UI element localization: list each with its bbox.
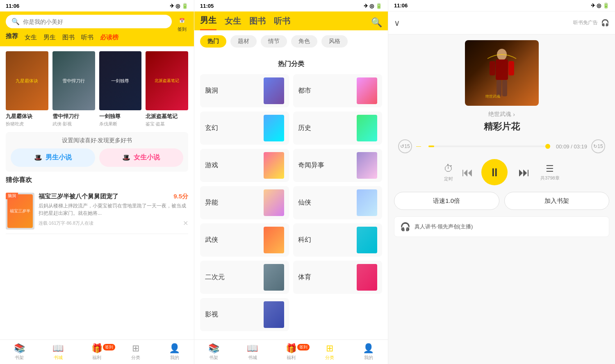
male-novel-button[interactable]: 🎩 男生小说 [11, 148, 95, 167]
filter-tabs: 热门 题材 情节 角色 风格 [194, 30, 388, 52]
cat-thumb-yineng [264, 189, 284, 216]
book-item-1[interactable]: 雪中悍刀行 雪中悍刀行 武侠·影视 [52, 51, 95, 127]
mid-bookcity-label: 书城 [248, 355, 257, 361]
cat-name-xianxia: 仙侠 [298, 198, 311, 207]
mid-nav-bookcity[interactable]: 📖 书城 [233, 343, 271, 361]
left-nav-item-recommend[interactable]: 推荐 [6, 32, 18, 42]
book-cover-1: 雪中悍刀行 [52, 51, 95, 110]
book-grid: 九星霸体诀 九星霸体诀 扮猪吃虎 雪中悍刀行 雪中悍刀行 武侠·影视 一剑独尊 … [6, 51, 188, 127]
progress-info: ↺15 — 00:09 / 03:19 ↻15 [398, 139, 605, 153]
left-nav-item-books[interactable]: 图书 [62, 34, 75, 41]
filter-theme[interactable]: 题材 [230, 35, 257, 48]
welfare-label: 福利 [92, 355, 101, 361]
left-nav-category[interactable]: ⊞ 分类 [116, 343, 155, 361]
next-button[interactable]: ⏭ [516, 164, 532, 180]
prev-icon: ⏮ [462, 166, 473, 179]
left-nav-welfare[interactable]: 🎁 福利 签到 [77, 343, 116, 361]
cat-row-wuxia[interactable]: 武侠 [200, 223, 289, 257]
category-icon: ⊞ [132, 343, 139, 354]
filter-role[interactable]: 角色 [291, 35, 317, 48]
cat-row-qiwen[interactable]: 奇闻异事 [293, 149, 382, 182]
left-nav-item-female[interactable]: 女生 [25, 34, 37, 41]
add-shelf-button[interactable]: 加入书架 [504, 192, 610, 210]
prev-button[interactable]: ⏮ [462, 166, 473, 179]
right-header: ∨ 听书免广告 🎧 [388, 11, 615, 34]
arrow-right-icon: › [513, 111, 515, 118]
mid-tab-audio[interactable]: 听书 [274, 16, 290, 30]
book-item-0[interactable]: 九星霸体诀 九星霸体诀 扮猪吃虎 [6, 51, 48, 127]
audio-cover: 绝世武魂 [465, 40, 539, 106]
cat-name-erci: 二次元 [205, 273, 225, 282]
left-nav-mine[interactable]: 👤 我的 [155, 343, 194, 361]
book-item-2[interactable]: 一剑独尊 一剑独尊 杀伐果断 [99, 51, 142, 127]
left-nav-item-mustread[interactable]: 必读榜 [100, 34, 118, 41]
search-input[interactable] [23, 18, 166, 25]
cat-row-kehuan[interactable]: 科幻 [293, 223, 382, 257]
left-content: 九星霸体诀 九星霸体诀 扮猪吃虎 雪中悍刀行 雪中悍刀行 武侠·影视 一剑独尊 … [0, 46, 194, 339]
left-nav-bookcity[interactable]: 📖 书城 [39, 343, 78, 361]
cat-row-erci[interactable]: 二次元 [200, 261, 289, 294]
promo-icon: 🎧 [400, 222, 410, 232]
book-cover-0: 九星霸体诀 [6, 51, 48, 110]
cat-row-tiyu[interactable]: 体育 [293, 261, 382, 294]
rewind-15-btn[interactable]: ↺15 [398, 139, 412, 153]
checkin-button[interactable]: 📅 签到 [176, 15, 188, 32]
pause-button[interactable]: ⏸ [481, 159, 508, 185]
book-tag-1: 武侠·影视 [52, 121, 95, 127]
search-bar[interactable]: 🔍 [6, 15, 172, 28]
headphone-icon: 🎧 [601, 19, 609, 27]
female-novel-button[interactable]: 🎩 女生小说 [99, 148, 184, 167]
rec-info-0: 福宝三岁半被八个舅舅团宠了 9.5分 后妈从楼梯上摔跤流产，小粟宝被罚在雪地里跪… [39, 193, 188, 230]
cat-row-lishi[interactable]: 历史 [293, 111, 382, 145]
mid-tab-male[interactable]: 男生 [200, 15, 216, 30]
cat-row-xianxia[interactable]: 仙侠 [293, 186, 382, 219]
mid-bottom-nav: 📚 书架 📖 书城 🎁 福利 签到 ⊞ 分类 👤 我的 [194, 339, 388, 364]
mid-nav-category[interactable]: ⊞ 分类 [310, 343, 349, 361]
progress-fill [428, 146, 434, 147]
mid-welfare-badge: 签到 [297, 344, 310, 350]
right-time: 11:06 [394, 2, 408, 9]
filter-style[interactable]: 风格 [321, 35, 348, 48]
mid-nav-bookshelf[interactable]: 📚 书架 [194, 343, 233, 361]
mine-icon: 👤 [169, 343, 180, 354]
mid-nav-mine[interactable]: 👤 我的 [349, 343, 388, 361]
filter-plot[interactable]: 情节 [261, 35, 287, 48]
left-nav-item-male[interactable]: 男生 [43, 34, 56, 41]
male-novel-label: 男生小说 [46, 153, 72, 162]
cat-row-dushi[interactable]: 都市 [293, 74, 382, 107]
book-title-0: 九星霸体诀 [6, 113, 48, 120]
chevron-down-icon[interactable]: ∨ [394, 18, 400, 28]
mid-status-icons: ✈ ◎ 🔋 [364, 3, 382, 9]
left-signal: ✈ ◎ 🔋 [170, 3, 188, 9]
filter-hot[interactable]: 热门 [200, 35, 226, 48]
mid-tabs: 男生 女生 图书 听书 🔍 [200, 15, 382, 30]
cat-row-yingshi[interactable]: 影视 [200, 298, 289, 331]
cat-row-yineng[interactable]: 异能 [200, 186, 289, 219]
left-nav-item-audio[interactable]: 听书 [81, 34, 93, 41]
book-title-2: 一剑独尊 [99, 113, 142, 120]
book-item-3[interactable]: 北派盗墓笔记 北派盗墓笔记 鉴宝·盗墓 [146, 51, 188, 127]
mid-tab-female[interactable]: 女生 [225, 16, 241, 30]
cat-thumb-tiyu [357, 264, 377, 291]
left-nav-bookshelf[interactable]: 📚 书架 [0, 343, 39, 361]
speed-button[interactable]: 语速1.0倍 [394, 192, 499, 210]
rec-close-0[interactable]: ✕ [183, 219, 188, 227]
cat-thumb-kehuan [357, 227, 377, 253]
prefs-banner-text: 设置阅读喜好·发现更多好书 [11, 137, 183, 144]
forward-15-btn[interactable]: ↻15 [591, 139, 605, 153]
female-novel-icon: 🎩 [122, 154, 130, 162]
audio-book-link[interactable]: 绝世武魂 › [394, 111, 609, 118]
bookshelf-label: 书架 [15, 355, 24, 361]
progress-bar[interactable] [428, 146, 548, 147]
mid-tab-books[interactable]: 图书 [249, 16, 266, 30]
cat-row-xuanhuan[interactable]: 玄幻 [200, 111, 289, 145]
timer-label: 定时 [444, 176, 453, 182]
recommend-item-0[interactable]: 福宝三岁半 脑洞 福宝三岁半被八个舅舅团宠了 9.5分 后妈从楼梯上摔跤流产，小… [6, 189, 188, 234]
cat-row-naodong[interactable]: 脑洞 [200, 74, 289, 107]
cat-row-youxi[interactable]: 游戏 [200, 149, 289, 182]
playlist-button[interactable]: ☰ 共3798章 [540, 164, 559, 181]
mid-search-icon[interactable]: 🔍 [371, 17, 382, 28]
mine-label: 我的 [170, 355, 179, 361]
timer-button[interactable]: ⏱ 定时 [444, 163, 453, 182]
mid-nav-welfare[interactable]: 🎁 福利 签到 [272, 343, 310, 361]
